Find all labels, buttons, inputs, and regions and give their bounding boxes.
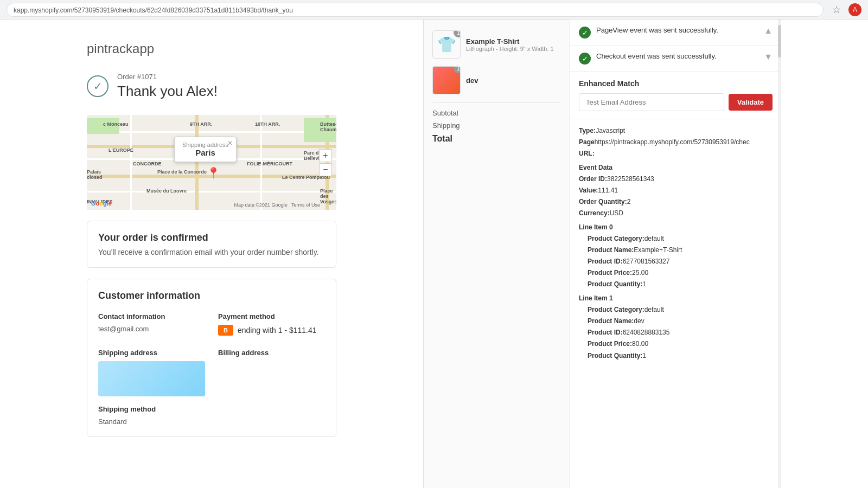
order-info: Order #1071 Thank you Alex!	[117, 73, 218, 100]
url-label: URL:	[579, 150, 595, 157]
li1-qty-label: Product Quantity:	[588, 352, 642, 359]
map-tooltip-close[interactable]: ✕	[227, 139, 233, 147]
checkout-content: 9TH ARR. 10TH ARR. Buttes-Chaumont c Mon…	[0, 115, 423, 437]
event-data-section: Type:Javascript Pagehttps://pintrackapp.…	[570, 119, 781, 369]
li0-cat-value: default	[644, 235, 664, 242]
li0-qty-row: Product Quantity:1	[588, 279, 773, 290]
li0-cat-label: Product Category:	[588, 235, 644, 242]
event-pageview: ✓ PageView event was sent successfully. …	[570, 20, 781, 46]
value-value: 111.41	[598, 187, 618, 194]
type-row: Type:Javascript	[579, 126, 773, 136]
li0-price-value: 25.00	[632, 269, 648, 277]
li0-id-label: Product ID:	[588, 258, 623, 265]
shipping-method-label: Shipping method	[98, 405, 325, 413]
li0-name-row: Product Name:Example+T-Shirt	[588, 245, 773, 255]
line-item-0-data: Product Category:default Product Name:Ex…	[579, 234, 773, 290]
customer-info-section: Customer information Contact information…	[87, 279, 336, 437]
event-2-text: Checkout event was sent successfully.	[596, 52, 758, 60]
product-2-info: dev	[466, 76, 561, 85]
subtotal-label: Subtotal	[432, 109, 458, 117]
li1-name-row: Product Name:dev	[588, 316, 773, 326]
li1-price-value: 80.00	[632, 340, 648, 348]
url-bar[interactable]: kapp.myshopify.com/52730953919/checkouts…	[7, 3, 824, 17]
product-item-1: 1 👕 Example T-Shirt Lithograph - Height:…	[432, 30, 561, 59]
payment-label: Payment method	[218, 312, 325, 320]
thank-you-message: Thank you Alex!	[117, 83, 218, 100]
li0-price-row: Product Price:25.00	[588, 268, 773, 278]
enhanced-match-input-row: Validate	[579, 93, 773, 111]
li1-cat-row: Product Category:default	[588, 305, 773, 315]
li0-name-value: Example+T-Shirt	[634, 246, 682, 254]
shipping-method-value: Standard	[98, 418, 325, 426]
payment-method-content: B ending with 1 - $111.41	[218, 325, 325, 336]
map-label-concorde: CONCORDE	[133, 161, 162, 166]
currency-label: Currency:	[579, 209, 610, 217]
order-qty-label: Order Quantity:	[579, 198, 627, 206]
product-2-badge: 1	[454, 66, 461, 73]
li1-name-label: Product Name:	[588, 317, 634, 325]
billing-address-label: Billing address	[218, 349, 325, 357]
line-item-1-title: Line Item 1	[579, 293, 773, 304]
order-check-icon: ✓	[87, 75, 108, 97]
li1-name-value: dev	[634, 317, 644, 325]
li0-price-label: Product Price:	[588, 269, 632, 277]
store-name: pintrackapp	[87, 41, 336, 56]
value-label: Value:	[579, 187, 598, 194]
type-label: Type:	[579, 127, 596, 134]
li0-qty-label: Product Quantity:	[588, 280, 642, 288]
event-1-toggle[interactable]: ▲	[764, 26, 773, 36]
bookmark-icon[interactable]: ☆	[832, 4, 841, 16]
map-tooltip: ✕ Shipping address Paris	[174, 137, 237, 162]
li0-name-label: Product Name:	[588, 246, 634, 254]
currency-value: USD	[610, 209, 623, 217]
shipping-method-section: Shipping method Standard	[98, 405, 325, 426]
value-row: Value:111.41	[579, 185, 773, 196]
li1-qty-value: 1	[642, 352, 646, 359]
scrollbar[interactable]	[778, 20, 781, 488]
product-1-name: Example T-Shirt	[466, 37, 561, 46]
shipping-address-group: Shipping address	[98, 349, 205, 396]
type-value: Javascript	[596, 127, 625, 134]
subtotal-row: Subtotal	[432, 109, 561, 117]
google-logo: Google	[91, 200, 112, 207]
order-confirmed-section: Your order is confirmed You'll receive a…	[87, 221, 336, 268]
page-label: Page	[579, 138, 595, 146]
map-copyright: Map data ©2021 Google Terms of Use	[234, 202, 320, 208]
product-2-name: dev	[466, 76, 561, 85]
map-label-concorde2: Place de la Concorde	[157, 169, 207, 175]
user-avatar: A	[848, 3, 861, 16]
test-email-input[interactable]	[579, 93, 724, 111]
page-value: https://pintrackapp.myshopify.com/527309…	[595, 138, 750, 146]
map-label-europe: L'EUROPE	[108, 147, 133, 153]
checkout-header: pintrackapp ✓ Order #1071 Thank you Alex…	[0, 20, 423, 115]
li0-qty-value: 1	[642, 280, 646, 288]
validate-button[interactable]: Validate	[729, 94, 773, 111]
li1-qty-row: Product Quantity:1	[588, 351, 773, 361]
map-label-buttes: Buttes-Chaumont	[320, 121, 336, 132]
browser-bar: kapp.myshopify.com/52730953919/checkouts…	[0, 0, 868, 20]
event-2-toggle[interactable]: ▼	[764, 52, 773, 62]
order-id-row: Order ID:3822528561343	[579, 174, 773, 184]
order-totals: Subtotal Shipping Total	[432, 102, 561, 144]
map-label-palais: Palaisclosed	[87, 169, 103, 180]
billing-address-group: Billing address	[218, 349, 325, 396]
order-confirmed-title: Your order is confirmed	[98, 232, 325, 243]
order-badge: ✓ Order #1071 Thank you Alex!	[87, 73, 336, 100]
shipping-address-blurred	[98, 361, 205, 396]
zoom-out-button[interactable]: −	[319, 163, 332, 176]
map-container: 9TH ARR. 10TH ARR. Buttes-Chaumont c Mon…	[87, 115, 336, 210]
contact-info-group: Contact information test@gmail.com	[98, 312, 205, 336]
product-1-image: 1 👕	[432, 30, 461, 59]
order-qty-value: 2	[627, 198, 631, 206]
map-label-10th: 10TH ARR.	[255, 121, 280, 127]
scrollbar-thumb[interactable]	[778, 25, 781, 57]
customer-info-title: Customer information	[98, 290, 325, 301]
page-row: Pagehttps://pintrackapp.myshopify.com/52…	[579, 137, 773, 147]
payment-icon: B	[218, 325, 233, 336]
order-confirmed-text: You'll receive a confirmation email with…	[98, 248, 325, 256]
line-item-1-data: Product Category:default Product Name:de…	[579, 305, 773, 361]
map-label-9th: 9TH ARR.	[190, 121, 212, 127]
zoom-in-button[interactable]: +	[319, 149, 332, 162]
li1-cat-value: default	[644, 306, 664, 313]
map-zoom-controls: + −	[319, 149, 332, 176]
